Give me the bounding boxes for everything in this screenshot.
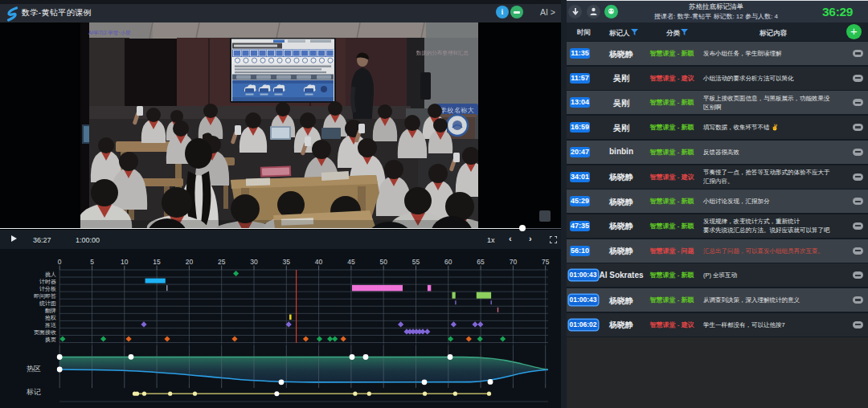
svg-text:换页: 换页 (45, 337, 56, 343)
svg-text:75: 75 (542, 258, 550, 266)
svg-text:计分板: 计分板 (39, 286, 56, 292)
svg-text:70: 70 (510, 258, 518, 266)
svg-text:计时器: 计时器 (39, 279, 56, 285)
svg-text:30: 30 (250, 258, 258, 266)
svg-text:5: 5 (90, 258, 94, 266)
svg-text:统计图: 统计图 (39, 300, 56, 307)
svg-text:40: 40 (315, 258, 323, 266)
svg-text:页面接收: 页面接收 (34, 329, 56, 336)
svg-text:翻牌: 翻牌 (45, 308, 56, 314)
svg-text:60: 60 (444, 258, 452, 266)
svg-text:10: 10 (121, 258, 129, 266)
svg-text:挑人: 挑人 (45, 271, 56, 278)
svg-text:25: 25 (218, 258, 226, 266)
svg-text:抢权: 抢权 (45, 315, 56, 321)
svg-text:55: 55 (412, 258, 420, 266)
svg-text:0: 0 (58, 258, 62, 266)
svg-text:20: 20 (186, 258, 194, 266)
svg-text:35: 35 (283, 258, 291, 266)
svg-text:65: 65 (477, 258, 485, 266)
svg-text:热区: 热区 (27, 365, 41, 373)
svg-text:50: 50 (379, 258, 387, 266)
svg-text:45: 45 (347, 258, 355, 266)
svg-text:标记: 标记 (26, 388, 41, 396)
svg-text:15: 15 (153, 258, 161, 266)
svg-text:即问即答: 即问即答 (34, 293, 56, 300)
svg-text:推送: 推送 (45, 322, 56, 328)
